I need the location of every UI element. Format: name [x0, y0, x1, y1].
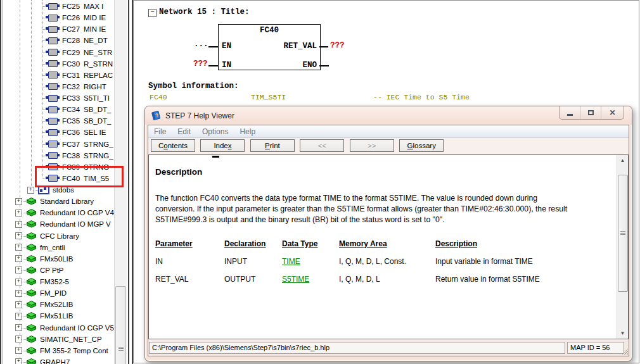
menu-item[interactable]: File — [148, 127, 172, 136]
expand-plus-icon[interactable]: + — [27, 187, 34, 194]
library-book-icon — [26, 254, 37, 263]
help-titlebar[interactable]: ? STEP 7 Help Viewer ✕ — [145, 106, 632, 125]
tree-row[interactable]: + GRAPH7 — [0, 356, 114, 364]
tree-row[interactable]: + Redundant IO MGP V — [0, 218, 114, 230]
tree-item-symbol: R_STRN — [84, 60, 113, 68]
pane-splitter[interactable] — [128, 0, 133, 364]
en-wire — [208, 46, 218, 47]
tree-row[interactable]: + FMx51LIB — [0, 310, 114, 322]
screen: + FC25 MAX I + FC26 MID IE — [0, 0, 640, 364]
help-client-area: FileEditOptionsHelp Contents Index Print… — [148, 125, 629, 356]
expand-plus-icon[interactable]: + — [15, 313, 22, 320]
tree-item-name: FC31 — [62, 72, 83, 79]
scroll-up-icon: ▲ — [620, 158, 625, 163]
expand-plus-icon[interactable]: + — [15, 221, 22, 228]
toolbar-button[interactable]: Glossary — [399, 139, 444, 152]
menu-item[interactable]: Help — [234, 127, 261, 136]
tree-row[interactable]: + CFC Library — [0, 230, 114, 242]
expand-plus-icon[interactable]: + — [15, 301, 22, 308]
tree-row[interactable]: + CP PtP — [0, 265, 114, 276]
en-operand[interactable]: ... — [194, 40, 208, 49]
tree-item-name: FC25 — [62, 3, 83, 10]
tree-row[interactable]: + FM352-5 — [0, 276, 114, 287]
minimize-icon — [567, 114, 573, 116]
maximize-icon — [588, 110, 594, 115]
expand-plus-icon[interactable]: + — [15, 358, 22, 364]
expand-plus-icon[interactable]: + — [15, 255, 22, 262]
cell-declaration: OUTPUT — [224, 275, 282, 284]
window-buttons: ✕ — [559, 106, 624, 120]
maximize-button[interactable] — [580, 106, 601, 119]
help-scrollbar[interactable]: ▲ ▼ — [617, 155, 628, 339]
scroll-down-button[interactable]: ▼ — [617, 328, 628, 339]
expand-plus-icon[interactable]: + — [15, 347, 22, 354]
tree-row[interactable]: + FC34 SB_DT_ — [0, 104, 114, 115]
tree-item-name: Redundant IO MGP V — [40, 220, 111, 228]
datatype-link[interactable]: TIME — [282, 257, 300, 266]
tree-row[interactable]: + FC31 REPLAC — [0, 70, 114, 81]
toolbar-button[interactable]: >> — [350, 139, 394, 152]
tree-row[interactable]: + FC30 R_STRN — [0, 58, 114, 70]
tree-row[interactable]: + Standard Library — [0, 196, 114, 207]
expand-plus-icon[interactable]: + — [15, 232, 22, 239]
tree-item-name: FC26 — [62, 14, 83, 22]
menu-item[interactable]: Options — [196, 127, 234, 136]
expand-plus-icon[interactable]: + — [15, 198, 22, 205]
button-label-accel: x — [228, 142, 232, 149]
cell-parameter: IN — [155, 257, 224, 266]
menu-item[interactable]: Edit — [172, 127, 196, 136]
tree-row[interactable]: + FC37 STRNG_ — [0, 139, 114, 150]
minimize-button[interactable] — [560, 106, 580, 119]
tree-row[interactable]: + Redundant IO CGP V5 — [0, 322, 114, 334]
fc-block-icon — [48, 129, 58, 136]
tree-row[interactable]: + FC29 NE_STR — [0, 47, 114, 58]
tree-row[interactable]: + FC28 NE_DT — [0, 35, 114, 46]
expand-plus-icon[interactable]: + — [15, 267, 22, 273]
tree-item-name: FC28 — [62, 37, 83, 44]
retval-operand-placeholder[interactable]: ??? — [330, 41, 345, 50]
scroll-up-button[interactable]: ▲ — [617, 155, 628, 166]
tree-row[interactable]: + FC38 STRNG_ — [0, 150, 114, 161]
tree-row[interactable]: + FMx50LIB — [0, 253, 114, 265]
fc40-block[interactable]: FC40 EN IN RET_VAL ENO — [218, 24, 321, 70]
expand-plus-icon[interactable]: + — [15, 324, 22, 331]
help-scrollbar-thumb[interactable] — [618, 175, 628, 292]
tree-row[interactable]: + FC36 SEL IE — [0, 127, 114, 138]
tree-row[interactable]: + FM 355-2 Temp Cont — [0, 345, 114, 356]
datatype-link[interactable]: S5TIME — [282, 275, 309, 284]
tree-row[interactable]: + fm_cntli — [0, 242, 114, 253]
tree-row[interactable]: + FC25 MAX I — [0, 1, 114, 12]
toolbar-button[interactable]: Print — [250, 139, 295, 152]
description-body: The function FC40 converts the data type… — [155, 193, 618, 225]
scrollbar-grip-icon — [620, 231, 625, 235]
in-operand-placeholder[interactable]: ??? — [193, 60, 208, 68]
tree-row[interactable]: + FC32 RIGHT — [0, 81, 114, 92]
fc-block-icon — [48, 37, 58, 44]
resize-grip[interactable] — [621, 348, 628, 355]
expand-plus-icon[interactable]: + — [15, 210, 22, 217]
tree-row[interactable]: + FC26 MID IE — [0, 12, 114, 23]
tree-row[interactable]: + FC35 SB_DT_ — [0, 115, 114, 127]
description-line: S5TIME#999.3 is output and the binary re… — [155, 215, 618, 225]
cell-description: Input variable in format TIME — [435, 257, 540, 266]
close-button[interactable]: ✕ — [601, 106, 624, 119]
tree-row[interactable]: + FC33 S5TI_TI — [0, 92, 114, 104]
tree-row[interactable]: + SIMATIC_NET_CP — [0, 334, 114, 345]
tree-row[interactable]: + Redundant IO CGP V4 — [0, 207, 114, 218]
tree-row[interactable]: + FMx52LIB — [0, 299, 114, 310]
fc-block-icon — [48, 72, 58, 78]
fc-block-icon — [48, 106, 58, 113]
tree-row[interactable]: + FM_PID — [0, 287, 114, 299]
tree-item-name: FMx52LIB — [40, 301, 73, 308]
toolbar-button[interactable]: Index — [200, 139, 245, 152]
symbol-info-heading: Symbol information: — [148, 82, 239, 91]
toolbar-button[interactable]: Contents — [151, 139, 195, 152]
tree-scrollbar-thumb[interactable] — [115, 286, 126, 364]
expand-plus-icon[interactable]: + — [15, 244, 22, 251]
network-collapse-icon[interactable]: − — [148, 9, 157, 17]
expand-plus-icon[interactable]: + — [15, 336, 22, 342]
toolbar-button[interactable]: << — [300, 139, 344, 152]
tree-row[interactable]: + FC27 MIN IE — [0, 23, 114, 35]
expand-plus-icon[interactable]: + — [15, 290, 22, 297]
expand-plus-icon[interactable]: + — [15, 279, 22, 286]
